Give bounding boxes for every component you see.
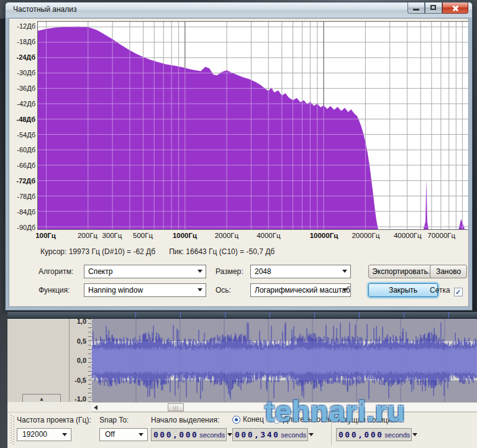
redo-button[interactable]: Заново — [430, 265, 467, 278]
x-tick-label: 200Гц — [78, 232, 98, 239]
grid-label-text: Сетка — [430, 286, 450, 295]
toolbar-grip[interactable] — [11, 415, 15, 445]
chevron-down-icon — [412, 433, 417, 436]
grid-label: Сетка✓ — [430, 283, 463, 297]
selection-end-field[interactable]: 000,340 seconds — [232, 428, 308, 441]
maximize-button[interactable] — [425, 2, 442, 14]
y-tick-label: -30Дб — [17, 69, 35, 76]
ruler-label: 0,5 — [77, 337, 86, 345]
close-dialog-button[interactable]: Закрыть — [368, 283, 438, 297]
ruler-label: 0,0 — [77, 357, 86, 364]
window-controls — [407, 2, 468, 14]
x-tick-label: 4000Гц — [257, 232, 280, 239]
chevron-down-icon — [342, 288, 347, 291]
waveform-view[interactable] — [91, 319, 477, 402]
frequency-analysis-dialog: Частотный анализ -12Дб-18Дб-24Дб-30Дб-36… — [5, 2, 473, 311]
dialog-client-area: -12Дб-18Дб-24Дб-30Дб-36Дб-42Дб-48Дб-54Дб… — [9, 18, 469, 307]
axis-label: Ось: — [216, 283, 231, 297]
y-tick-label: -24Дб — [16, 53, 35, 61]
horizontal-scroll-row: ||| — [7, 402, 477, 412]
scroll-left-icon[interactable] — [94, 405, 98, 410]
x-tick-label: 300Гц — [102, 232, 122, 239]
y-tick-label: -18Дб — [17, 38, 35, 45]
y-tick-label: -78Дб — [17, 193, 35, 200]
y-tick-label: -48Дб — [16, 116, 35, 123]
units-label: seconds — [281, 431, 306, 439]
export-button[interactable]: Экспортировать... — [368, 265, 438, 278]
function-select[interactable]: Hanning window — [84, 283, 206, 297]
selection-start-label: Начало выделения: — [151, 416, 219, 424]
algorithm-select[interactable]: Спектр — [84, 265, 206, 278]
chevron-down-icon — [198, 288, 202, 291]
selection-mode-radios: Конец Длительность — [232, 415, 332, 424]
y-tick-label: -54Дб — [17, 131, 35, 139]
vertical-scale-ruler[interactable]: 1,0 0,5 0,0 -0,5 -1,0 — [70, 319, 91, 402]
radio-length[interactable] — [273, 416, 281, 424]
track-control-panel[interactable]: ▲ — [7, 319, 70, 402]
chevron-down-icon — [198, 270, 202, 273]
x-tick-label: 40000Гц — [394, 232, 422, 239]
x-tick-label: 500Гц — [133, 232, 153, 239]
function-label: Функция: — [39, 283, 70, 297]
size-select[interactable]: 2048 — [250, 265, 351, 278]
x-tick-label: 20000Гц — [352, 232, 379, 239]
track-area: ▲ 1,0 0,5 0,0 -0,5 -1,0 — [7, 312, 477, 402]
size-label: Размер: — [216, 265, 243, 278]
selection-start-value: 000,000 — [153, 430, 198, 439]
y-tick-label: -90Дб — [17, 224, 35, 231]
chevron-down-icon — [139, 433, 143, 436]
timeline-ticks — [91, 312, 477, 318]
units-label: seconds — [199, 431, 225, 439]
y-tick-label: -60Дб — [17, 146, 35, 153]
cursor-readout: Курсор: 19973 Гц (D#10) = -62 Дб — [40, 247, 155, 256]
minimize-button[interactable] — [407, 2, 425, 14]
toolbar-separator — [331, 415, 332, 445]
snap-to-label: Snap To: — [99, 416, 129, 424]
position-value: 000,000 — [338, 430, 383, 439]
y-tick-label: -42Дб — [17, 100, 35, 107]
x-tick-label: 10000Гц — [310, 232, 338, 239]
selection-toolbar: Частота проекта (Гц): 192000 Snap To: Of… — [7, 412, 477, 448]
chevron-down-icon — [309, 433, 314, 436]
peak-readout: Пик: 16643 Гц (C10) = -50,7 Дб — [169, 247, 275, 256]
y-tick-label: -12Дб — [17, 22, 35, 30]
radio-length-label[interactable]: Длительность — [283, 415, 332, 424]
scrollbar-thumb[interactable]: ||| — [168, 403, 184, 411]
snap-to-select[interactable]: Off — [99, 428, 148, 441]
algorithm-label: Алгоритм: — [39, 265, 73, 278]
project-rate-select[interactable]: 192000 — [17, 428, 71, 441]
project-rate-label: Частота проекта (Гц): — [17, 416, 91, 424]
ruler-label: 1,0 — [77, 318, 86, 325]
selection-start-field[interactable]: 000,000 seconds — [151, 428, 227, 441]
radio-end[interactable] — [232, 416, 240, 424]
project-rate-value: 192000 — [22, 430, 47, 439]
spectrum-plot[interactable] — [37, 21, 469, 230]
axis-select[interactable]: Логарифмический масштаб — [250, 283, 351, 297]
y-tick-label: -84Дб — [17, 208, 35, 216]
grid-checkbox[interactable]: ✓ — [454, 288, 463, 296]
axis-value: Логарифмический масштаб — [255, 286, 350, 295]
chevron-down-icon — [62, 433, 67, 436]
x-tick-label: 70000Гц — [427, 232, 455, 239]
position-label: Текущая позиция: — [336, 416, 398, 424]
algorithm-value: Спектр — [88, 267, 112, 276]
minimize-icon — [413, 9, 419, 11]
selection-end-value: 000,340 — [235, 430, 279, 439]
snap-to-value: Off — [105, 430, 115, 439]
function-value: Hanning window — [88, 286, 143, 295]
dialog-title: Частотный анализ — [13, 5, 76, 14]
dialog-titlebar[interactable]: Частотный анализ — [6, 2, 472, 17]
position-field[interactable]: 000,000 seconds — [336, 428, 412, 441]
y-axis-labels: -12Дб-18Дб-24Дб-30Дб-36Дб-42Дб-48Дб-54Дб… — [9, 21, 37, 230]
chevron-down-icon — [342, 270, 347, 273]
ruler-label: -0,5 — [75, 377, 86, 384]
horizontal-scrollbar[interactable]: ||| — [91, 402, 477, 412]
waveform — [91, 319, 477, 402]
maximize-icon — [430, 5, 436, 10]
x-tick-label: 1000Гц — [173, 232, 197, 239]
collapse-triangle-icon: ▲ — [39, 396, 45, 402]
x-tick-label: 100Гц — [35, 232, 56, 239]
y-tick-label: -36Дб — [17, 85, 35, 92]
close-button[interactable] — [442, 2, 468, 14]
radio-end-label[interactable]: Конец — [243, 415, 264, 424]
